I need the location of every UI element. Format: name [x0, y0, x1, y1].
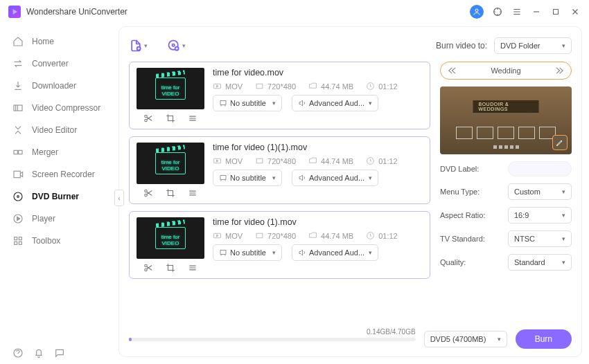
svg-rect-22 — [256, 84, 263, 89]
feedback-icon[interactable] — [54, 347, 65, 358]
tv-standard-select[interactable]: NTSC▾ — [508, 230, 572, 247]
sidebar-item-recorder[interactable]: Screen Recorder — [0, 163, 118, 185]
support-icon[interactable] — [492, 6, 503, 17]
maximize-icon[interactable] — [550, 6, 561, 17]
svg-point-8 — [17, 196, 19, 198]
menu-type-select[interactable]: Custom▾ — [508, 183, 572, 200]
video-thumbnail[interactable]: time forVIDEO — [137, 68, 204, 109]
help-icon[interactable] — [12, 347, 24, 358]
svg-rect-5 — [19, 150, 22, 154]
disc-type-select[interactable]: DVD5 (4700MB) ▾ — [424, 331, 507, 347]
sidebar-label: Screen Recorder — [32, 170, 95, 179]
file-size: 44.74 MB — [321, 157, 353, 165]
trim-icon[interactable] — [143, 263, 153, 273]
chevron-down-icon: ▾ — [562, 212, 565, 219]
trim-icon[interactable] — [143, 188, 153, 198]
sidebar-item-toolbox[interactable]: Toolbox — [0, 230, 118, 252]
subtitle-select[interactable]: No subtitle ▾ — [213, 170, 282, 186]
template-selector[interactable]: Wedding — [440, 62, 572, 80]
svg-rect-3 — [14, 105, 22, 111]
more-icon[interactable] — [188, 113, 197, 123]
add-file-button[interactable]: ▾ — [129, 39, 148, 53]
notification-icon[interactable] — [33, 347, 44, 358]
trim-icon[interactable] — [143, 113, 153, 123]
dvd-label-input[interactable] — [508, 161, 572, 176]
sidebar-item-home[interactable]: Home — [0, 30, 118, 53]
svg-rect-6 — [14, 171, 20, 177]
file-card: time forVIDEO time for video.mov MOV 720… — [129, 62, 430, 129]
next-template-icon[interactable] — [554, 66, 564, 75]
burn-to-label: Burn video to: — [436, 41, 487, 51]
content: ▾ ▾ Burn video to: DVD Folder ▾ time for… — [118, 26, 582, 357]
account-icon[interactable] — [470, 5, 484, 19]
file-resolution: 720*480 — [267, 157, 296, 165]
burn-to-select[interactable]: DVD Folder ▾ — [494, 37, 572, 54]
chevron-down-icon: ▾ — [272, 249, 276, 256]
aspect-ratio-label: Aspect Ratio: — [440, 211, 485, 219]
file-name: time for video (1).mov — [213, 217, 423, 227]
svg-point-17 — [173, 44, 175, 46]
file-resolution: 720*480 — [267, 82, 296, 91]
crop-icon[interactable] — [166, 113, 175, 123]
sidebar-item-compressor[interactable]: Video Compressor — [0, 97, 118, 119]
sidebar-collapse-button[interactable]: ‹ — [114, 190, 124, 206]
sidebar-item-merger[interactable]: Merger — [0, 141, 118, 163]
template-preview: BOUDOIR & WEDDINGS — [440, 87, 572, 154]
app-title: Wondershare UniConverter — [26, 7, 470, 17]
file-duration: 01:12 — [378, 82, 398, 91]
more-icon[interactable] — [188, 188, 197, 198]
add-disc-button[interactable]: ▾ — [167, 39, 186, 53]
disc-usage-text: 0.14GB/4.70GB — [367, 328, 416, 336]
svg-rect-27 — [256, 158, 263, 163]
audio-select[interactable]: Advanced Aud... ▾ — [292, 170, 378, 186]
aspect-ratio-select[interactable]: 16:9▾ — [508, 207, 572, 224]
crop-icon[interactable] — [166, 188, 175, 198]
quality-select[interactable]: Standard▾ — [508, 254, 572, 271]
audio-select[interactable]: Advanced Aud... ▾ — [292, 95, 378, 111]
sidebar-label: Home — [32, 37, 54, 46]
preview-banner: BOUDOIR & WEDDINGS — [473, 100, 539, 113]
minimize-icon[interactable] — [531, 6, 542, 17]
menu-icon[interactable] — [511, 6, 522, 17]
file-list: time forVIDEO time for video.mov MOV 720… — [129, 62, 430, 325]
audio-select[interactable]: Advanced Aud... ▾ — [292, 244, 378, 261]
crop-icon[interactable] — [166, 263, 175, 273]
disc-usage-bar: 0.14GB/4.70GB — [129, 338, 416, 341]
chevron-down-icon: ▾ — [272, 174, 276, 181]
subtitle-select[interactable]: No subtitle ▾ — [213, 244, 282, 261]
video-thumbnail[interactable]: time forVIDEO — [137, 143, 204, 184]
edit-template-button[interactable] — [552, 135, 568, 150]
dvd-label-label: DVD Label: — [440, 165, 479, 173]
sidebar-item-converter[interactable]: Converter — [0, 53, 118, 75]
file-format: MOV — [225, 82, 243, 91]
close-icon[interactable] — [570, 6, 581, 17]
more-icon[interactable] — [188, 263, 197, 273]
chevron-down-icon: ▾ — [369, 249, 372, 256]
sidebar-label: Player — [32, 214, 55, 224]
sidebar-label: Converter — [32, 59, 69, 69]
file-resolution: 720*480 — [267, 232, 296, 240]
subtitle-select[interactable]: No subtitle ▾ — [213, 95, 282, 111]
sidebar-label: DVD Burner — [32, 192, 79, 201]
sidebar-item-player[interactable]: Player — [0, 208, 118, 230]
sidebar-label: Merger — [32, 147, 58, 157]
file-name: time for video.mov — [213, 68, 423, 78]
svg-rect-4 — [14, 150, 17, 154]
file-duration: 01:12 — [378, 157, 398, 165]
sidebar: Home Converter Downloader Video Compress… — [0, 24, 118, 364]
video-thumbnail[interactable]: time forVIDEO — [137, 217, 204, 259]
topbar: ▾ ▾ Burn video to: DVD Folder ▾ — [129, 34, 572, 57]
burn-button[interactable]: Burn — [516, 329, 572, 349]
chevron-down-icon: ▾ — [182, 42, 186, 49]
sidebar-label: Video Compressor — [32, 103, 100, 113]
sidebar-label: Downloader — [32, 81, 76, 91]
chevron-down-icon: ▾ — [498, 336, 501, 343]
file-name: time for video (1)(1).mov — [213, 143, 423, 152]
svg-rect-32 — [256, 233, 263, 238]
file-format: MOV — [225, 157, 243, 165]
sidebar-item-dvd-burner[interactable]: DVD Burner — [0, 185, 118, 208]
sidebar-item-editor[interactable]: Video Editor — [0, 119, 118, 141]
prev-template-icon[interactable] — [448, 66, 457, 75]
svg-rect-10 — [15, 237, 17, 240]
sidebar-item-downloader[interactable]: Downloader — [0, 75, 118, 97]
